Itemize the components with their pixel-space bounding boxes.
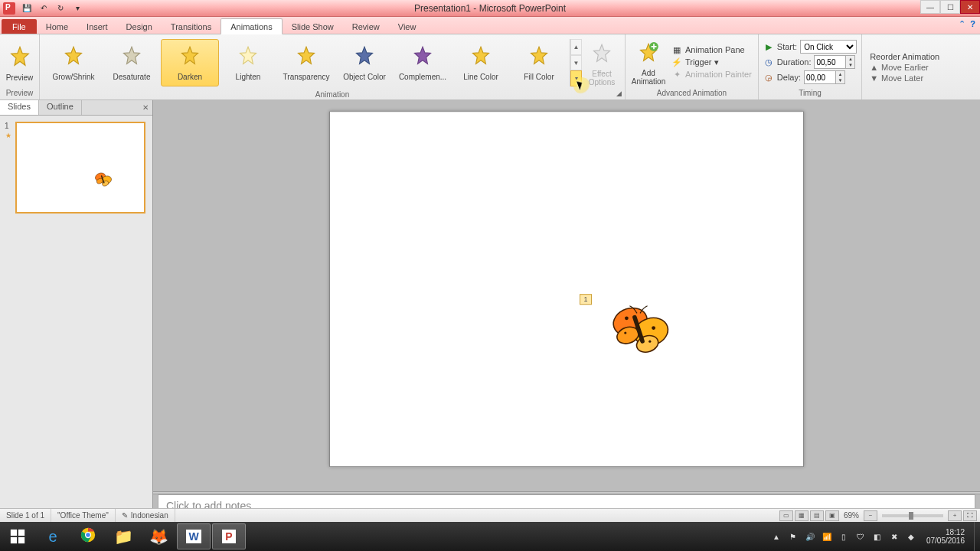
tray-misc3-icon[interactable]: ◆ — [905, 530, 917, 543]
duration-input[interactable] — [815, 58, 844, 67]
gallery-item-label: Grow/Shrink — [52, 73, 94, 81]
undo-icon[interactable]: ↶ — [37, 2, 51, 15]
slideshow-view-button[interactable]: ▣ — [825, 510, 839, 521]
start-button[interactable] — [0, 522, 35, 551]
spin-down[interactable]: ▼ — [845, 62, 854, 68]
group-label-timing: Timing — [762, 88, 858, 98]
gallery-item-darken[interactable]: Darken — [161, 39, 219, 86]
normal-view-button[interactable]: ▭ — [779, 510, 793, 521]
star-icon — [528, 45, 550, 70]
gallery-item-lighten[interactable]: Lighten — [219, 39, 277, 86]
preview-button[interactable]: Preview — [3, 42, 36, 82]
delay-input[interactable] — [805, 73, 834, 82]
delay-spinner[interactable]: ▲▼ — [804, 70, 845, 84]
gallery-item-desaturate[interactable]: Desaturate — [103, 39, 161, 86]
tray-flag-icon[interactable]: ⚑ — [787, 530, 799, 543]
maximize-button[interactable]: ☐ — [940, 0, 960, 14]
trigger-button[interactable]: ⚡ Trigger ▾ — [671, 57, 752, 67]
editor-area: 1 Click to add notes — [153, 100, 980, 522]
taskbar-explorer[interactable]: 📁 — [106, 523, 140, 549]
spin-up[interactable]: ▲ — [835, 71, 844, 77]
star-icon — [354, 45, 375, 70]
zoom-in-button[interactable]: + — [948, 510, 962, 521]
chevron-down-icon: ▾ — [714, 57, 719, 67]
zoom-slider[interactable] — [882, 514, 943, 517]
tab-view[interactable]: View — [389, 19, 426, 34]
slide-canvas[interactable]: 1 — [153, 100, 980, 491]
taskbar-powerpoint[interactable]: P — [212, 523, 246, 549]
close-button[interactable]: ✕ — [960, 0, 980, 14]
preview-label: Preview — [6, 73, 34, 82]
move-earlier-button[interactable]: ▲Move Earlier — [870, 63, 939, 72]
redo-icon[interactable]: ↻ — [54, 2, 67, 15]
tab-slideshow[interactable]: Slide Show — [283, 19, 343, 34]
save-icon[interactable]: 💾 — [20, 2, 34, 15]
svg-rect-17 — [11, 537, 17, 543]
tray-misc-icon[interactable]: ◧ — [871, 530, 884, 543]
sorter-view-button[interactable]: ▦ — [795, 510, 808, 521]
tab-transitions[interactable]: Transitions — [162, 19, 220, 34]
panel-tab-outline[interactable]: Outline — [39, 100, 82, 115]
gallery-item-object-color[interactable]: Object Color — [335, 39, 394, 86]
tab-home[interactable]: Home — [37, 19, 77, 34]
tray-battery-icon[interactable]: ▯ — [838, 530, 850, 543]
gallery-item-transparency[interactable]: Transparency — [277, 39, 335, 86]
gallery-scrollbar: ▲ ▼ ▾ — [570, 39, 582, 86]
file-tab[interactable]: File — [2, 19, 37, 34]
tray-volume-icon[interactable]: 🔊 — [804, 530, 816, 543]
add-animation-button[interactable]: Add Animation — [629, 39, 668, 86]
effect-options-button[interactable]: Effect Options — [582, 40, 622, 86]
start-select[interactable]: On Click — [800, 40, 857, 54]
minimize-button[interactable]: — — [920, 0, 940, 14]
gallery-item-complemen-[interactable]: Complemen... — [394, 39, 452, 86]
taskbar-word[interactable]: W — [177, 523, 211, 549]
svg-rect-15 — [11, 530, 17, 536]
title-bar: 💾 ↶ ↻ ▾ Presentation1 - Microsoft PowerP… — [0, 0, 980, 17]
animation-dialog-launcher[interactable]: ◢ — [614, 89, 623, 98]
tab-animations[interactable]: Animations — [220, 18, 282, 34]
help-icon[interactable]: ? — [970, 19, 975, 29]
play-icon: ▶ — [763, 41, 774, 52]
animation-order-tag[interactable]: 1 — [580, 294, 592, 305]
zoom-out-button[interactable]: − — [864, 510, 877, 521]
tray-misc2-icon[interactable]: ✖ — [888, 530, 900, 543]
tray-up-icon[interactable]: ▲ — [770, 530, 782, 543]
show-desktop-button[interactable] — [974, 522, 978, 551]
group-advanced-animation: Add Animation ▦ Animation Pane ⚡ Trigger… — [626, 34, 759, 99]
status-language[interactable]: ✎Indonesian — [116, 509, 175, 522]
animation-painter-button[interactable]: ✦ Animation Painter — [671, 69, 752, 80]
qat-dropdown-icon[interactable]: ▾ — [70, 2, 84, 15]
panel-close-button[interactable]: ✕ — [140, 102, 151, 112]
spin-up[interactable]: ▲ — [845, 56, 854, 62]
tab-design[interactable]: Design — [117, 19, 162, 34]
spin-down[interactable]: ▼ — [835, 77, 844, 83]
tray-network-icon[interactable]: 📶 — [821, 530, 833, 543]
brush-icon: ✦ — [671, 69, 682, 80]
gallery-scroll-up[interactable]: ▲ — [570, 39, 582, 55]
reading-view-button[interactable]: ▤ — [810, 510, 824, 521]
gallery-item-fill-color[interactable]: Fill Color — [510, 39, 568, 86]
clock-time: 18:12 — [926, 528, 965, 536]
taskbar-clock[interactable]: 18:12 07/05/2016 — [922, 528, 969, 545]
gallery-more-button[interactable]: ▾ — [570, 70, 582, 86]
taskbar-chrome[interactable] — [71, 523, 105, 549]
move-later-button[interactable]: ▼Move Later — [870, 73, 939, 83]
slide[interactable]: 1 — [329, 111, 804, 467]
slide-thumbnail[interactable] — [15, 122, 145, 214]
taskbar-firefox[interactable]: 🦊 — [142, 523, 175, 549]
gallery-item-grow-shrink[interactable]: Grow/Shrink — [44, 39, 103, 86]
animation-pane-button[interactable]: ▦ Animation Pane — [671, 44, 752, 55]
gallery-item-line-color[interactable]: Line Color — [452, 39, 510, 86]
taskbar-ie[interactable]: e — [36, 523, 70, 549]
tab-review[interactable]: Review — [343, 19, 389, 34]
tab-insert[interactable]: Insert — [77, 19, 117, 34]
panel-tab-slides[interactable]: Slides — [0, 100, 39, 115]
butterfly-image[interactable] — [606, 298, 675, 367]
duration-spinner[interactable]: ▲▼ — [814, 55, 855, 69]
minimize-ribbon-icon[interactable]: ⌃ — [959, 19, 965, 29]
gallery-scroll-down[interactable]: ▼ — [570, 55, 582, 71]
tray-shield-icon[interactable]: 🛡 — [854, 530, 867, 543]
star-icon — [296, 45, 317, 70]
fit-window-button[interactable]: ⛶ — [963, 510, 977, 521]
firefox-icon: 🦊 — [149, 527, 168, 546]
